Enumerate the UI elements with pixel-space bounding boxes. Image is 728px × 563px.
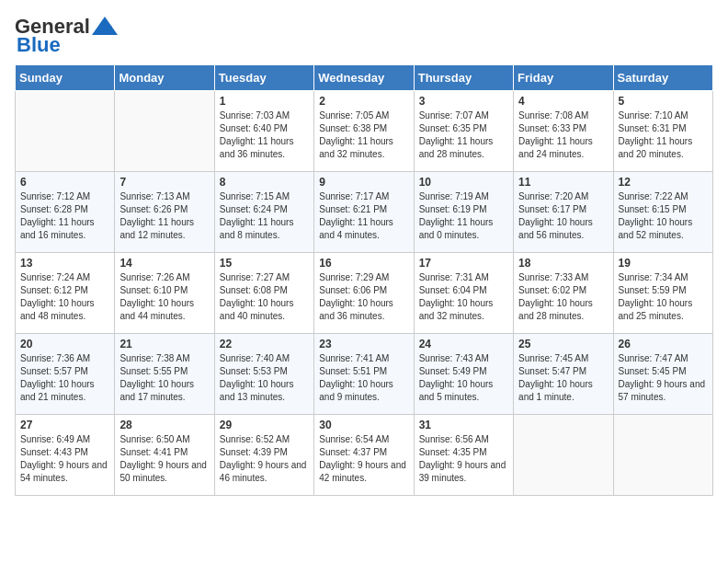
page-header: General Blue — [15, 15, 713, 57]
calendar-cell: 19Sunrise: 7:34 AM Sunset: 5:59 PM Dayli… — [613, 253, 712, 334]
calendar-cell: 17Sunrise: 7:31 AM Sunset: 6:04 PM Dayli… — [414, 253, 513, 334]
day-detail: Sunrise: 7:29 AM Sunset: 6:06 PM Dayligh… — [319, 271, 408, 323]
day-number: 4 — [518, 95, 608, 108]
day-number: 29 — [220, 419, 309, 431]
day-number: 25 — [518, 338, 608, 350]
day-detail: Sunrise: 6:50 AM Sunset: 4:41 PM Dayligh… — [119, 433, 209, 485]
day-number: 20 — [20, 338, 109, 350]
calendar-cell: 10Sunrise: 7:19 AM Sunset: 6:19 PM Dayli… — [414, 172, 513, 253]
day-number: 9 — [319, 176, 408, 189]
logo-icon — [90, 15, 119, 39]
calendar-cell: 13Sunrise: 7:24 AM Sunset: 6:12 PM Dayli… — [16, 253, 115, 334]
day-detail: Sunrise: 7:17 AM Sunset: 6:21 PM Dayligh… — [319, 190, 408, 242]
calendar-cell: 9Sunrise: 7:17 AM Sunset: 6:21 PM Daylig… — [314, 172, 414, 253]
day-detail: Sunrise: 6:49 AM Sunset: 4:43 PM Dayligh… — [20, 433, 109, 485]
calendar-cell: 28Sunrise: 6:50 AM Sunset: 4:41 PM Dayli… — [115, 415, 214, 496]
calendar-cell: 22Sunrise: 7:40 AM Sunset: 5:53 PM Dayli… — [214, 334, 313, 415]
day-detail: Sunrise: 6:56 AM Sunset: 4:35 PM Dayligh… — [419, 433, 508, 485]
day-detail: Sunrise: 7:33 AM Sunset: 6:02 PM Dayligh… — [518, 271, 608, 323]
calendar-cell: 4Sunrise: 7:08 AM Sunset: 6:33 PM Daylig… — [514, 91, 613, 172]
day-detail: Sunrise: 7:47 AM Sunset: 5:45 PM Dayligh… — [619, 352, 708, 404]
day-number: 16 — [319, 257, 408, 270]
calendar-cell: 25Sunrise: 7:45 AM Sunset: 5:47 PM Dayli… — [514, 334, 613, 415]
calendar-week-row: 1Sunrise: 7:03 AM Sunset: 6:40 PM Daylig… — [16, 91, 713, 172]
day-detail: Sunrise: 7:45 AM Sunset: 5:47 PM Dayligh… — [518, 352, 608, 404]
day-detail: Sunrise: 6:52 AM Sunset: 4:39 PM Dayligh… — [220, 433, 309, 485]
day-detail: Sunrise: 7:13 AM Sunset: 6:26 PM Dayligh… — [119, 190, 209, 242]
day-detail: Sunrise: 7:27 AM Sunset: 6:08 PM Dayligh… — [220, 271, 309, 323]
calendar-cell: 29Sunrise: 6:52 AM Sunset: 4:39 PM Dayli… — [214, 415, 313, 496]
calendar-cell: 14Sunrise: 7:26 AM Sunset: 6:10 PM Dayli… — [115, 253, 214, 334]
calendar-week-row: 27Sunrise: 6:49 AM Sunset: 4:43 PM Dayli… — [16, 415, 713, 496]
day-detail: Sunrise: 7:43 AM Sunset: 5:49 PM Dayligh… — [419, 352, 508, 404]
calendar-header-row: SundayMondayTuesdayWednesdayThursdayFrid… — [16, 65, 713, 91]
day-detail: Sunrise: 7:20 AM Sunset: 6:17 PM Dayligh… — [518, 190, 608, 242]
day-detail: Sunrise: 7:05 AM Sunset: 6:38 PM Dayligh… — [319, 109, 408, 161]
day-number: 8 — [220, 176, 309, 189]
day-number: 12 — [619, 176, 708, 189]
day-number: 14 — [119, 257, 209, 270]
day-number: 27 — [20, 419, 109, 431]
day-number: 31 — [419, 419, 508, 431]
calendar-cell: 11Sunrise: 7:20 AM Sunset: 6:17 PM Dayli… — [514, 172, 613, 253]
calendar-cell: 27Sunrise: 6:49 AM Sunset: 4:43 PM Dayli… — [16, 415, 115, 496]
calendar-cell: 18Sunrise: 7:33 AM Sunset: 6:02 PM Dayli… — [514, 253, 613, 334]
calendar-cell: 2Sunrise: 7:05 AM Sunset: 6:38 PM Daylig… — [314, 91, 414, 172]
svg-rect-0 — [99, 26, 112, 35]
calendar-cell: 24Sunrise: 7:43 AM Sunset: 5:49 PM Dayli… — [414, 334, 513, 415]
day-number: 26 — [619, 338, 708, 350]
day-detail: Sunrise: 6:54 AM Sunset: 4:37 PM Dayligh… — [319, 433, 408, 485]
calendar-cell: 7Sunrise: 7:13 AM Sunset: 6:26 PM Daylig… — [115, 172, 214, 253]
calendar-week-row: 13Sunrise: 7:24 AM Sunset: 6:12 PM Dayli… — [16, 253, 713, 334]
day-number: 6 — [20, 176, 109, 189]
col-header-saturday: Saturday — [613, 65, 712, 91]
day-detail: Sunrise: 7:07 AM Sunset: 6:35 PM Dayligh… — [419, 109, 508, 161]
col-header-wednesday: Wednesday — [314, 65, 414, 91]
day-number: 3 — [419, 95, 508, 108]
day-number: 10 — [419, 176, 508, 189]
day-number: 23 — [319, 338, 408, 350]
calendar-cell: 20Sunrise: 7:36 AM Sunset: 5:57 PM Dayli… — [16, 334, 115, 415]
logo-blue-text: Blue — [17, 33, 61, 57]
calendar-week-row: 6Sunrise: 7:12 AM Sunset: 6:28 PM Daylig… — [16, 172, 713, 253]
calendar-cell: 8Sunrise: 7:15 AM Sunset: 6:24 PM Daylig… — [214, 172, 313, 253]
day-detail: Sunrise: 7:38 AM Sunset: 5:55 PM Dayligh… — [119, 352, 209, 404]
day-detail: Sunrise: 7:08 AM Sunset: 6:33 PM Dayligh… — [518, 109, 608, 161]
day-number: 21 — [119, 338, 209, 350]
day-detail: Sunrise: 7:22 AM Sunset: 6:15 PM Dayligh… — [619, 190, 708, 242]
col-header-friday: Friday — [514, 65, 613, 91]
day-detail: Sunrise: 7:03 AM Sunset: 6:40 PM Dayligh… — [220, 109, 309, 161]
day-number: 28 — [119, 419, 209, 431]
day-number: 17 — [419, 257, 508, 270]
logo: General Blue — [15, 15, 119, 57]
calendar-cell — [613, 415, 712, 496]
col-header-thursday: Thursday — [414, 65, 513, 91]
day-detail: Sunrise: 7:26 AM Sunset: 6:10 PM Dayligh… — [119, 271, 209, 323]
day-number: 24 — [419, 338, 508, 350]
day-detail: Sunrise: 7:12 AM Sunset: 6:28 PM Dayligh… — [20, 190, 109, 242]
calendar-cell: 6Sunrise: 7:12 AM Sunset: 6:28 PM Daylig… — [16, 172, 115, 253]
day-detail: Sunrise: 7:24 AM Sunset: 6:12 PM Dayligh… — [20, 271, 109, 323]
calendar-cell: 23Sunrise: 7:41 AM Sunset: 5:51 PM Dayli… — [314, 334, 414, 415]
calendar-cell: 12Sunrise: 7:22 AM Sunset: 6:15 PM Dayli… — [613, 172, 712, 253]
day-detail: Sunrise: 7:15 AM Sunset: 6:24 PM Dayligh… — [220, 190, 309, 242]
calendar-cell — [514, 415, 613, 496]
calendar-cell: 15Sunrise: 7:27 AM Sunset: 6:08 PM Dayli… — [214, 253, 313, 334]
calendar-table: SundayMondayTuesdayWednesdayThursdayFrid… — [15, 64, 713, 496]
calendar-cell — [16, 91, 115, 172]
day-number: 5 — [619, 95, 708, 108]
calendar-cell: 1Sunrise: 7:03 AM Sunset: 6:40 PM Daylig… — [214, 91, 313, 172]
day-detail: Sunrise: 7:34 AM Sunset: 5:59 PM Dayligh… — [619, 271, 708, 323]
day-number: 15 — [220, 257, 309, 270]
day-number: 2 — [319, 95, 408, 108]
calendar-cell: 30Sunrise: 6:54 AM Sunset: 4:37 PM Dayli… — [314, 415, 414, 496]
day-number: 18 — [518, 257, 608, 270]
calendar-cell: 3Sunrise: 7:07 AM Sunset: 6:35 PM Daylig… — [414, 91, 513, 172]
day-detail: Sunrise: 7:40 AM Sunset: 5:53 PM Dayligh… — [220, 352, 309, 404]
col-header-sunday: Sunday — [16, 65, 115, 91]
col-header-monday: Monday — [115, 65, 214, 91]
calendar-cell: 16Sunrise: 7:29 AM Sunset: 6:06 PM Dayli… — [314, 253, 414, 334]
calendar-cell: 5Sunrise: 7:10 AM Sunset: 6:31 PM Daylig… — [613, 91, 712, 172]
day-detail: Sunrise: 7:31 AM Sunset: 6:04 PM Dayligh… — [419, 271, 508, 323]
calendar-week-row: 20Sunrise: 7:36 AM Sunset: 5:57 PM Dayli… — [16, 334, 713, 415]
